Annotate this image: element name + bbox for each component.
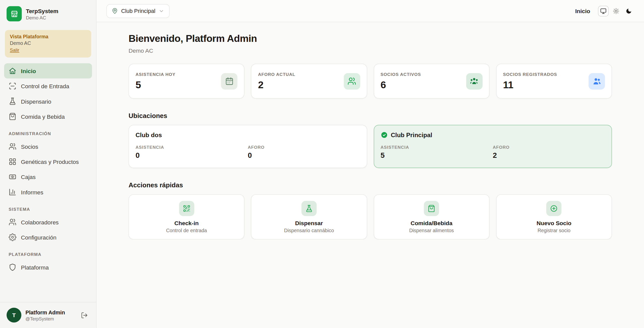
platform-view-notice: Vista Plataforma Demo AC Salir <box>5 30 91 57</box>
sidebar-item-dispensario[interactable]: Dispensario <box>4 94 92 109</box>
nav-label: Inicio <box>21 68 36 74</box>
action-subtitle: Dispensario cannábico <box>284 227 334 233</box>
action-card-nuevo-socio[interactable]: Nuevo Socio Registrar socio <box>496 194 612 240</box>
capacity-value: 0 <box>248 151 360 160</box>
users-icon <box>9 142 16 150</box>
users-icon <box>344 73 360 89</box>
stat-label: ASISTENCIA HOY <box>136 72 176 77</box>
nav-label: Configuración <box>21 234 56 241</box>
topbar-right: Inicio <box>575 6 634 16</box>
nav-label: Socios <box>21 143 38 150</box>
stat-label: SOCIOS ACTIVOS <box>381 72 421 77</box>
avatar: T <box>7 308 21 323</box>
action-title: Nuevo Socio <box>537 220 571 226</box>
app-root: TerpSystem Demo AC Vista Plataforma Demo… <box>0 0 644 328</box>
stat-value: 11 <box>503 79 557 91</box>
bar-chart-icon <box>9 188 16 196</box>
nav-label: Genéticas y Productos <box>21 158 79 165</box>
stat-card-socios-registrados: SOCIOS REGISTRADOS 11 <box>496 64 612 99</box>
location-card-club-principal[interactable]: Club Principal ASISTENCIA 5 AFORO 2 <box>374 125 612 168</box>
nav-label: Control de Entrada <box>21 83 69 89</box>
location-name: Club Principal <box>391 131 432 138</box>
plus-circle-icon <box>546 201 562 216</box>
capacity-value: 2 <box>493 151 605 160</box>
home-icon <box>9 67 16 75</box>
action-title: Comida/Bebida <box>411 220 452 226</box>
cash-icon <box>9 173 16 181</box>
page-title: Bienvenido, Platform Admin <box>129 33 612 44</box>
ubicaciones-heading: Ubicaciones <box>129 112 612 120</box>
stat-value: 5 <box>136 79 176 91</box>
stat-card-socios-activos: SOCIOS ACTIVOS 6 <box>374 64 489 99</box>
theme-system-button[interactable] <box>598 6 609 16</box>
chevron-down-icon <box>159 8 164 14</box>
sidebar-item-inicio[interactable]: Inicio <box>4 63 92 78</box>
attendance-label: ASISTENCIA <box>381 145 493 150</box>
flask-icon <box>9 97 16 105</box>
action-card-dispensar[interactable]: Dispensar Dispensario cannábico <box>251 194 367 240</box>
map-pin-icon <box>112 8 118 14</box>
sidebar-item-cajas[interactable]: Cajas <box>4 169 92 184</box>
sidebar-item-control-de-entrada[interactable]: Control de Entrada <box>4 78 92 94</box>
nav-section-administracion: ADMINISTRACIÓN <box>4 124 92 139</box>
nav-section-plataforma: PLATAFORMA <box>4 245 92 260</box>
club-selector[interactable]: Club Principal <box>106 4 170 18</box>
theme-light-button[interactable] <box>611 6 621 16</box>
theme-dark-button[interactable] <box>624 6 634 16</box>
app-brand: TerpSystem Demo AC <box>0 0 96 27</box>
stat-label: SOCIOS REGISTRADOS <box>503 72 557 77</box>
club-selector-label: Club Principal <box>121 8 156 14</box>
flask-icon <box>301 201 317 216</box>
nav-label: Plataforma <box>21 264 49 271</box>
salir-link[interactable]: Salir <box>10 48 19 53</box>
attendance-label: ASISTENCIA <box>136 145 248 150</box>
notice-title: Vista Plataforma <box>10 34 86 40</box>
logout-button[interactable] <box>79 310 89 320</box>
sidebar-item-plataforma[interactable]: Plataforma <box>4 260 92 275</box>
page-indicator: Inicio <box>575 8 590 14</box>
sidebar-item-socios[interactable]: Socios <box>4 139 92 154</box>
attendance-value: 0 <box>136 151 248 160</box>
page-subtitle: Demo AC <box>129 47 612 54</box>
sidebar-item-comida-y-bebida[interactable]: Comida y Bebida <box>4 109 92 124</box>
location-name: Club dos <box>136 131 162 138</box>
nav-label: Comida y Bebida <box>21 113 65 120</box>
capacity-label: AFORO <box>493 145 605 150</box>
nav-label: Informes <box>21 189 43 195</box>
logout-icon <box>81 312 88 319</box>
location-card-club-dos[interactable]: Club dos ASISTENCIA 0 AFORO 0 <box>129 125 367 168</box>
acciones-rapidas-heading: Acciones rápidas <box>129 182 612 189</box>
sidebar-item-geneticas-y-productos[interactable]: Genéticas y Productos <box>4 154 92 169</box>
main-content: Bienvenido, Platform Admin Demo AC ASIST… <box>97 22 644 240</box>
action-title: Dispensar <box>295 220 323 226</box>
moon-icon <box>626 8 632 14</box>
action-card-check-in[interactable]: Check-in Control de entrada <box>129 194 244 240</box>
stat-value: 6 <box>381 79 421 91</box>
scan-icon <box>9 82 16 90</box>
action-card-comida-bebida[interactable]: Comida/Bebida Dispensar alimentos <box>374 194 489 240</box>
qr-code-icon <box>179 201 194 216</box>
location-stats: ASISTENCIA 5 AFORO 2 <box>381 145 605 160</box>
shield-icon <box>9 263 16 271</box>
capacity-label: AFORO <box>248 145 360 150</box>
action-subtitle: Registrar socio <box>538 227 570 233</box>
users-icon <box>9 218 16 226</box>
app-org: Demo AC <box>26 15 58 20</box>
monitor-icon <box>600 8 607 14</box>
brand-text: TerpSystem Demo AC <box>26 8 58 20</box>
shopping-bag-icon <box>9 112 16 120</box>
sidebar-item-informes[interactable]: Informes <box>4 185 92 200</box>
users-group-icon <box>466 73 482 89</box>
user-handle: @TerpSystem <box>25 316 65 321</box>
action-subtitle: Dispensar alimentos <box>409 227 454 233</box>
sidebar-item-colaboradores[interactable]: Colaboradores <box>4 215 92 230</box>
action-title: Check-in <box>174 220 199 226</box>
sidebar-nav: Inicio Control de Entrada Dispensario <box>0 63 96 302</box>
stat-value: 2 <box>258 79 295 91</box>
nav-section-sistema: SISTEMA <box>4 200 92 215</box>
sidebar-item-configuracion[interactable]: Configuración <box>4 230 92 245</box>
stat-card-aforo-actual: AFORO ACTUAL 2 <box>251 64 367 99</box>
sidebar: TerpSystem Demo AC Vista Plataforma Demo… <box>0 0 97 328</box>
action-subtitle: Control de entrada <box>166 227 207 233</box>
nav-label: Dispensario <box>21 98 51 105</box>
